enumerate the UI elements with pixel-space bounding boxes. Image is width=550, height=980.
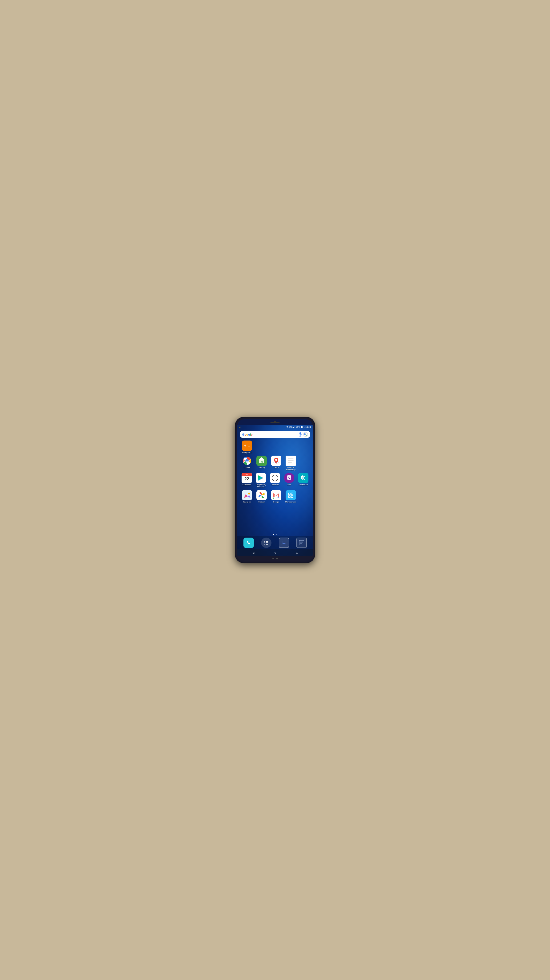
voice-search-icon[interactable] <box>298 432 302 436</box>
app-calculator[interactable]: + = Калкулатор <box>240 441 254 454</box>
status-right: 46% 18:23 <box>286 426 311 428</box>
gallery-label: Галерия <box>243 501 251 503</box>
svg-rect-6 <box>295 426 295 428</box>
google-app-icon: ? g <box>271 490 281 500</box>
app-gallery[interactable]: Галерия <box>240 490 254 503</box>
calendar-label: Календар <box>243 484 251 486</box>
svg-rect-8 <box>301 426 303 428</box>
app-clock[interactable]: Часовник <box>268 473 282 488</box>
dock-bar <box>237 536 313 549</box>
management-icon <box>285 490 296 500</box>
home-button[interactable]: ○ <box>274 551 276 555</box>
playstore-icon <box>256 473 266 483</box>
clock-label: Часовник <box>271 484 279 486</box>
app-management[interactable]: Management <box>284 490 298 503</box>
filemanager-label: Файлов Мениджър <box>284 466 298 471</box>
status-bar: ⚠ <box>237 425 313 429</box>
time-display: 18:23 <box>305 426 311 428</box>
svg-point-47 <box>303 477 304 479</box>
app-viber[interactable]: Viber <box>282 473 296 488</box>
maps-icon <box>271 456 281 466</box>
filemanager-icon <box>285 456 296 466</box>
viber-icon <box>284 473 294 483</box>
maps-label: Карти <box>274 466 279 469</box>
svg-rect-28 <box>288 458 293 460</box>
page-dot-1 <box>273 534 274 535</box>
svg-rect-57 <box>286 491 295 500</box>
home-screen: ⚠ <box>237 425 313 556</box>
sim-blocked-icon <box>289 426 292 428</box>
phone-screen-container: ⚠ <box>237 419 313 561</box>
battery-text: 46% <box>296 426 300 428</box>
app-row-0: + = Калкулатор <box>240 441 310 454</box>
dock-phone[interactable] <box>243 538 254 548</box>
status-left: ⚠ <box>239 426 241 428</box>
svg-line-15 <box>306 434 307 436</box>
gallery-icon <box>242 490 252 500</box>
app-playstore[interactable]: Google Play Магазин <box>254 473 268 488</box>
svg-point-73 <box>266 544 267 545</box>
management-label: Management <box>285 501 296 503</box>
viber-label: Viber <box>287 484 292 486</box>
notch-bar <box>237 419 313 425</box>
chrome-icon <box>242 456 252 466</box>
svg-point-70 <box>266 542 267 543</box>
svg-rect-48 <box>243 491 252 500</box>
app-filemanager[interactable]: Файлов Мениджър <box>284 456 298 471</box>
app-google[interactable]: ? g Google <box>269 490 284 503</box>
svg-point-52 <box>248 493 250 495</box>
google-app-label: Google <box>273 501 279 503</box>
photos-icon <box>257 490 267 500</box>
lens-search-icon[interactable] <box>303 432 308 437</box>
svg-point-14 <box>305 434 306 434</box>
app-abv[interactable]: ABV.bg <box>254 456 269 471</box>
app-grid: + = Калкулатор <box>237 439 313 533</box>
front-camera <box>274 421 276 423</box>
app-chrome[interactable]: Chrome <box>240 456 254 471</box>
svg-text:22: 22 <box>244 477 249 481</box>
abv-icon <box>257 456 267 466</box>
wifi-icon <box>286 426 288 428</box>
signal-icon <box>292 426 295 428</box>
svg-text:ПТ: ПТ <box>246 474 248 476</box>
lg-brand-bar: ⊕ LG <box>237 556 313 561</box>
app-settings[interactable]: Настройки <box>296 473 310 488</box>
nav-bar: ◁ ○ □ <box>237 549 313 556</box>
page-dot-2 <box>276 534 277 535</box>
battery-icon <box>301 426 305 428</box>
svg-rect-9 <box>304 426 304 428</box>
recent-button[interactable]: □ <box>296 551 298 554</box>
svg-rect-30 <box>288 462 292 463</box>
svg-point-19 <box>246 460 248 461</box>
calculator-label: Калкулатор <box>242 451 252 454</box>
phone-device: ⚠ <box>235 417 315 563</box>
svg-point-66 <box>265 541 265 542</box>
warning-icon: ⚠ <box>239 426 241 428</box>
dock-all-apps[interactable] <box>261 538 271 548</box>
svg-point-74 <box>267 544 268 545</box>
app-maps[interactable]: Карти <box>269 456 284 471</box>
chrome-label: Chrome <box>244 466 250 469</box>
svg-rect-62 <box>288 493 290 495</box>
photos-label: Снимки <box>258 501 265 503</box>
dock-notes[interactable] <box>296 538 307 548</box>
google-logo: Google <box>242 433 253 436</box>
google-search-bar[interactable]: Google <box>240 431 310 438</box>
svg-point-67 <box>266 541 267 542</box>
app-photos[interactable]: Снимки <box>254 490 269 503</box>
svg-rect-4 <box>293 427 293 428</box>
calendar-icon: ПТ 22 <box>242 473 252 483</box>
svg-point-26 <box>275 459 277 461</box>
lg-logo: ⊕ LG <box>272 557 278 560</box>
dock-contacts[interactable] <box>279 538 289 548</box>
app-row-3: Галерия <box>240 490 310 503</box>
settings-label: Настройки <box>298 484 308 486</box>
svg-point-0 <box>287 428 287 428</box>
svg-rect-10 <box>300 432 301 434</box>
svg-point-41 <box>275 477 276 478</box>
svg-rect-3 <box>292 428 293 428</box>
svg-point-72 <box>265 544 265 545</box>
calculator-icon: + = <box>242 441 252 451</box>
back-button[interactable]: ◁ <box>252 551 254 554</box>
app-calendar[interactable]: ПТ 22 Календар <box>240 473 254 488</box>
